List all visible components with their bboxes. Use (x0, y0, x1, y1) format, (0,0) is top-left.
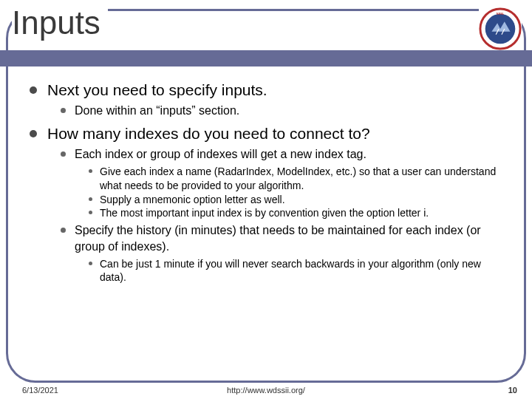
bullet-item: The most important input index is by con… (89, 206, 510, 220)
bullet-item: Can be just 1 minute if you will never s… (89, 257, 510, 285)
bullet-text: Supply a mnemonic option letter as well. (100, 193, 510, 207)
bullet-text: Next you need to specify inputs. (47, 80, 510, 100)
bullet-item: Give each index a name (RadarIndex, Mode… (89, 165, 510, 193)
bullet-icon (30, 130, 37, 137)
svg-text:NSSL: NSSL (497, 13, 505, 16)
bullet-icon (61, 151, 66, 157)
footer: 6/13/2021 http://www.wdssii.org/ 10 (0, 383, 532, 395)
bullet-icon (89, 197, 92, 201)
bullet-icon (89, 211, 92, 214)
content: Next you need to specify inputs. Done wi… (30, 80, 510, 289)
bullet-text: Specify the history (in minutes) that ne… (75, 222, 510, 254)
bullet-item: How many indexes do you need to connect … (30, 123, 510, 284)
bullet-item: Supply a mnemonic option letter as well. (89, 193, 510, 207)
slide-title: Inputs (12, 4, 108, 41)
bullet-text: How many indexes do you need to connect … (47, 123, 510, 143)
footer-page: 10 (508, 386, 517, 395)
bullet-text: The most important input index is by con… (100, 206, 510, 220)
slide: Inputs NSSL Next you need to specify inp… (0, 0, 532, 399)
bullet-item: Done within an “inputs” section. (61, 103, 510, 119)
bullet-item: Next you need to specify inputs. Done wi… (30, 80, 510, 119)
bullet-text: Done within an “inputs” section. (75, 103, 510, 119)
footer-url: http://www.wdssii.org/ (0, 386, 532, 395)
bullet-text: Give each index a name (RadarIndex, Mode… (100, 165, 510, 193)
bullet-text: Each index or group of indexes will get … (75, 146, 510, 163)
title-bar (0, 50, 532, 66)
bullet-icon (89, 262, 92, 265)
bullet-icon (61, 228, 66, 233)
bullet-text: Can be just 1 minute if you will never s… (100, 257, 510, 285)
bullet-item: Specify the history (in minutes) that ne… (61, 222, 510, 284)
bullet-icon (30, 86, 37, 94)
bullet-icon (61, 108, 66, 113)
bullet-icon (89, 169, 92, 173)
bullet-item: Each index or group of indexes will get … (61, 146, 510, 220)
nssl-logo: NSSL (479, 7, 522, 50)
